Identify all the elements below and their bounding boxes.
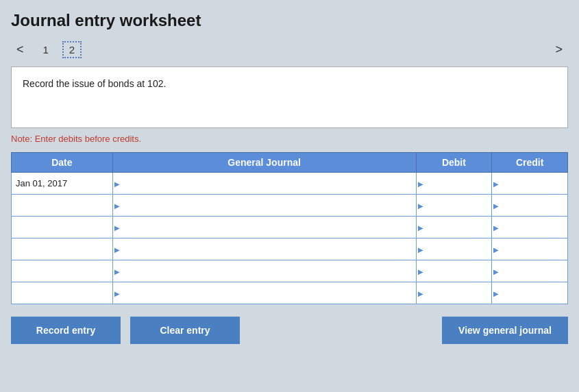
cell-debit-0[interactable] [416,173,492,195]
cell-gj-5[interactable] [112,282,416,304]
cell-credit-5[interactable] [492,282,568,304]
col-header-date: Date [12,153,113,173]
cell-debit-5[interactable] [416,282,492,304]
page-2[interactable]: 2 [62,41,82,58]
table-row[interactable] [12,260,568,282]
col-header-gj: General Journal [112,153,416,173]
table-row[interactable]: Jan 01, 2017 [12,173,568,195]
cell-date-0[interactable]: Jan 01, 2017 [12,173,113,195]
cell-debit-2[interactable] [416,217,492,238]
record-entry-button[interactable]: Record entry [11,317,121,344]
next-page-arrow[interactable]: > [550,40,568,60]
page-title: Journal entry worksheet [11,11,568,30]
table-row[interactable] [12,238,568,260]
description-box: Record the issue of bonds at 102. [11,66,568,128]
cell-gj-0[interactable] [112,173,416,195]
cell-credit-1[interactable] [492,195,568,217]
prev-page-arrow[interactable]: < [11,40,29,60]
note-text: Note: Enter debits before credits. [11,134,568,144]
view-general-journal-button[interactable]: View general journal [442,317,568,344]
table-row[interactable] [12,282,568,304]
cell-gj-4[interactable] [112,260,416,282]
cell-debit-1[interactable] [416,195,492,217]
cell-debit-3[interactable] [416,238,492,260]
clear-entry-button[interactable]: Clear entry [130,317,240,344]
cell-credit-2[interactable] [492,217,568,238]
button-row: Record entry Clear entry View general jo… [11,317,568,344]
col-header-debit: Debit [416,153,492,173]
cell-date-3[interactable] [12,238,113,260]
cell-credit-3[interactable] [492,238,568,260]
cell-debit-4[interactable] [416,260,492,282]
cell-credit-4[interactable] [492,260,568,282]
cell-gj-1[interactable] [112,195,416,217]
cell-gj-3[interactable] [112,238,416,260]
cell-credit-0[interactable] [492,173,568,195]
page-1[interactable]: 1 [36,41,56,58]
journal-table: Date General Journal Debit Credit Jan 01… [11,152,568,304]
table-row[interactable] [12,217,568,238]
cell-date-1[interactable] [12,195,113,217]
pagination-nav: < 1 2 > [11,40,568,60]
cell-date-2[interactable] [12,217,113,238]
cell-date-5[interactable] [12,282,113,304]
col-header-credit: Credit [492,153,568,173]
cell-date-4[interactable] [12,260,113,282]
cell-gj-2[interactable] [112,217,416,238]
table-row[interactable] [12,195,568,217]
